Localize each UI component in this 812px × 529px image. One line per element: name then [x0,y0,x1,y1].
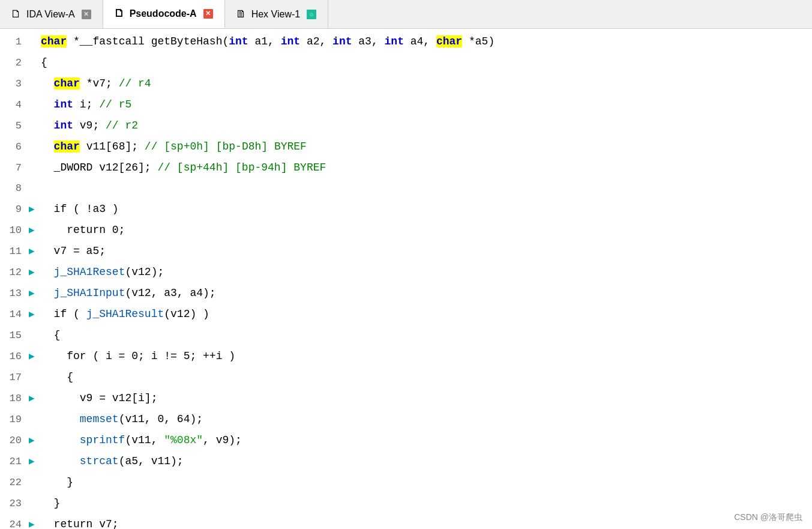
tab-close-pseudo[interactable]: ✕ [203,8,214,19]
code-content: strcat(a5, v11); [41,451,812,471]
line-number: 2 [0,53,29,73]
arrow-marker: ▶ [29,346,41,367]
line-number: 15 [0,325,29,346]
code-content: char *v7; // r4 [41,73,812,94]
token-normal [41,455,80,467]
arrow-marker: ▶ [29,241,41,262]
token-kw: int [332,35,352,47]
token-normal: a4, [404,35,436,47]
line-number: 16 [0,346,29,367]
code-content: j_SHA1Input(v12, a3, a4); [41,283,812,303]
code-line-3: 3 char *v7; // r4 [0,73,812,94]
line-number: 3 [0,74,29,94]
token-normal: (v12) ) [164,308,209,320]
line-number: 14 [0,304,29,325]
token-normal: *a5) [462,35,495,47]
token-normal: v7 = a5; [41,245,106,257]
code-line-23: 23 } [0,493,812,514]
token-char-hl: char [54,141,80,153]
code-line-2: 2{ [0,52,812,73]
tab-hex-view-1[interactable]: 🗎 Hex View-1 ○ [225,0,329,28]
token-normal [41,119,54,131]
code-line-6: 6 char v11[68]; // [sp+0h] [bp-D8h] BYRE… [0,136,812,157]
token-normal: (v12, a3, a4); [125,287,215,299]
line-number: 4 [0,95,29,115]
line-number: 17 [0,367,29,388]
token-normal: , v9); [203,434,242,446]
token-kw: int [281,35,300,47]
arrow-marker: ▶ [29,220,41,241]
tab-close-hex[interactable]: ○ [306,9,317,20]
token-normal [41,77,54,89]
token-normal: v11[68]; [80,141,145,153]
code-content: v9 = v12[i]; [41,388,812,408]
code-content: memset(v11, 0, 64); [41,409,812,429]
token-normal: (v11, [125,434,164,446]
token-normal: v9 = v12[i]; [41,392,157,404]
close-x-icon[interactable]: ✕ [82,10,91,19]
token-normal: a1, [248,35,281,47]
line-number: 20 [0,431,29,451]
arrow-marker: ▶ [29,431,41,451]
line-number: 21 [0,452,29,472]
line-number: 9 [0,199,29,220]
token-normal: a2, [300,35,332,47]
code-line-8: 8 [0,178,812,199]
code-line-13: 13▶ j_SHA1Input(v12, a3, a4); [0,283,812,304]
token-normal: { [41,56,47,68]
token-comment: // [sp+44h] [bp-94h] BYREF [157,162,326,174]
token-normal: } [41,497,60,509]
token-comment: // r2 [106,119,138,131]
code-content: for ( i = 0; i != 5; ++i ) [41,346,812,366]
token-kw: int [54,119,73,131]
line-number: 24 [0,515,29,529]
token-normal: (a5, v11); [119,455,184,467]
code-line-17: 17 { [0,367,812,388]
line-number: 7 [0,158,29,178]
token-fn: strcat [80,455,119,467]
tab-label-hex: Hex View-1 [251,9,301,20]
token-normal [41,266,54,278]
code-content: } [41,493,812,513]
line-number: 8 [0,178,29,199]
tab-close-ida[interactable]: ✕ [81,9,92,20]
token-normal: v9; [73,119,106,131]
token-fn: j_SHA1Reset [54,266,125,278]
close-teal-icon[interactable]: ○ [307,10,316,19]
token-normal: i; [73,98,99,110]
code-area: 1char *__fastcall getByteHash(int a1, in… [0,29,812,529]
token-normal [41,98,54,110]
token-char-hl: char [54,77,80,89]
token-normal: *__fastcall getByteHash( [67,35,229,47]
code-line-19: 19 memset(v11, 0, 64); [0,409,812,430]
code-content: { [41,325,812,345]
code-line-11: 11▶ v7 = a5; [0,241,812,262]
arrow-marker: ▶ [29,262,41,283]
token-normal: for ( i = 0; i != 5; ++i ) [41,350,235,362]
code-line-18: 18▶ v9 = v12[i]; [0,388,812,409]
code-line-15: 15 { [0,325,812,346]
hex-view-icon: 🗎 [236,8,247,20]
token-normal: a3, [352,35,385,47]
token-comment: // r5 [99,98,131,110]
token-normal [41,434,80,446]
arrow-marker: ▶ [29,199,41,220]
code-line-22: 22 } [0,472,812,493]
code-content: if ( j_SHA1Result(v12) ) [41,304,812,324]
code-content: char v11[68]; // [sp+0h] [bp-D8h] BYREF [41,136,812,157]
code-line-20: 20▶ sprintf(v11, "%08x", v9); [0,430,812,451]
tab-ida-view-a[interactable]: 🗋 IDA View-A ✕ [0,0,103,28]
line-number: 19 [0,410,29,430]
token-kw: int [229,35,248,47]
tab-pseudocode-a[interactable]: 🗋 Pseudocode-A ✕ [103,0,225,28]
code-content: { [41,52,812,73]
line-number: 23 [0,494,29,514]
code-content: int i; // r5 [41,94,812,115]
token-normal [41,413,80,425]
close-red-icon[interactable]: ✕ [203,9,213,19]
token-normal: *v7; [80,77,119,89]
token-normal: if ( !a3 ) [41,203,119,215]
token-kw: int [385,35,404,47]
line-number: 5 [0,116,29,136]
code-line-7: 7 _DWORD v12[26]; // [sp+44h] [bp-94h] B… [0,157,812,178]
